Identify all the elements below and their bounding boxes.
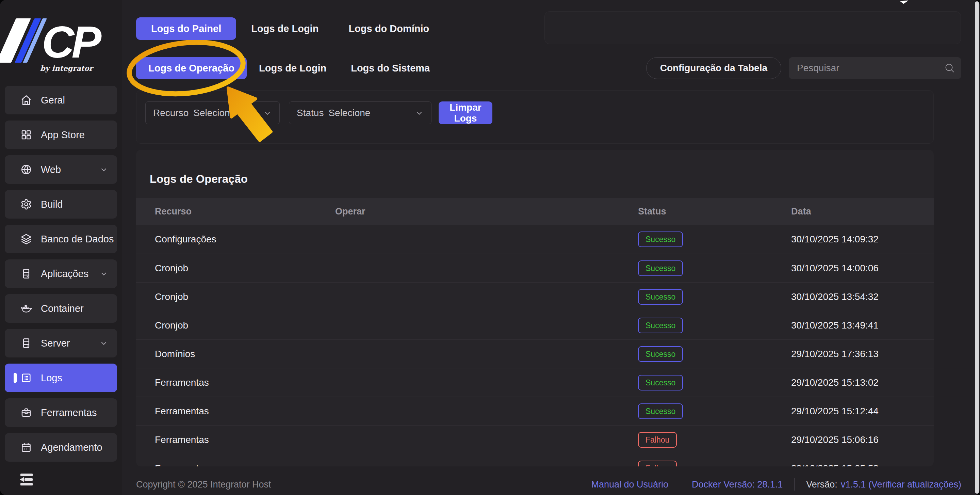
subtab-logs-do-sistema[interactable]: Logs do Sistema — [339, 57, 442, 79]
subtab-logs-de-operacao[interactable]: Logs de Operação — [136, 57, 247, 79]
cell-resource: Cronjob — [136, 291, 335, 302]
cell-status: Falhou — [628, 432, 791, 448]
resource-filter-label: Recurso — [153, 108, 189, 118]
search-box — [789, 57, 961, 79]
sidebar-item-banco-de-dados[interactable]: Banco de Dados — [5, 225, 117, 253]
tab-logs-de-login[interactable]: Logs de Login — [236, 18, 334, 40]
logo-text: CP — [42, 22, 99, 63]
cell-resource: Ferramentas — [136, 377, 335, 388]
vertical-scrollbar[interactable] — [975, 2, 979, 493]
chevron-down-icon — [99, 165, 108, 174]
cell-date: 29/10/2025 15:06:16 — [791, 435, 934, 445]
sidebar-item-web[interactable]: Web — [5, 155, 117, 184]
resource-filter-dropdown[interactable]: Recurso Selecione — [145, 102, 280, 124]
status-badge: Sucesso — [638, 375, 683, 390]
sidebar-item-label: Container — [41, 303, 84, 314]
table-row: FerramentasSucesso29/10/2025 15:12:44 — [136, 396, 934, 425]
footer-links: Manual do UsuárioDocker Versão: 28.1.1Ve… — [591, 478, 961, 490]
cell-date: 30/10/2025 14:00:06 — [791, 263, 934, 274]
logo-slashes-icon: CP — [6, 18, 99, 63]
column-header-recurso: Recurso — [136, 206, 335, 217]
cell-date: 30/10/2025 13:49:41 — [791, 320, 934, 331]
table-row: FerramentasFalhou29/10/2025 15:05:53 — [136, 454, 934, 466]
sidebar-item-build[interactable]: Build — [5, 190, 117, 218]
sidebar-item-aplicacoes[interactable]: Aplicações — [5, 259, 117, 288]
status-badge: Sucesso — [638, 261, 683, 276]
cell-status: Sucesso — [628, 375, 791, 390]
sidebar-item-label: Banco de Dados — [41, 234, 114, 245]
cell-resource: Cronjob — [136, 320, 335, 331]
sidebar-item-label: Build — [41, 199, 63, 210]
table-row: CronjobSucesso30/10/2025 14:00:06 — [136, 254, 934, 282]
briefcase-icon — [21, 407, 32, 419]
footer-link-manual-do-usuario[interactable]: Manual do Usuário — [591, 479, 668, 490]
sidebar-nav: GeralApp StoreWebBuildBanco de DadosApli… — [5, 86, 117, 468]
globe-icon — [21, 164, 32, 175]
cell-date: 29/10/2025 15:13:02 — [791, 377, 934, 388]
table-row: ConfiguraçõesSucesso30/10/2025 14:09:32 — [136, 225, 934, 254]
table-row: CronjobSucesso30/10/2025 13:49:41 — [136, 311, 934, 339]
cell-status: Sucesso — [628, 403, 791, 419]
status-badge: Sucesso — [638, 346, 683, 362]
sidebar-item-app-store[interactable]: App Store — [5, 121, 117, 149]
status-filter-value: Selecione — [328, 108, 370, 118]
cell-status: Sucesso — [628, 318, 791, 333]
status-badge: Sucesso — [638, 289, 683, 305]
sidebar-item-container[interactable]: Container — [5, 294, 117, 323]
sidebar-item-geral[interactable]: Geral — [5, 86, 117, 115]
table-row: DomíniosSucesso29/10/2025 17:36:13 — [136, 339, 934, 368]
app-window: CP by integrator GeralApp StoreWebBuildB… — [0, 0, 980, 495]
footer-link-v1-5-1-verificar-atualizacoes[interactable]: Versão:v1.5.1 (Verificar atualizações) — [806, 479, 961, 490]
status-badge: Falhou — [638, 432, 677, 448]
footer-link-prefix: Versão: — [806, 479, 837, 490]
sidebar-item-ferramentas[interactable]: Ferramentas — [5, 398, 117, 427]
cell-date: 29/10/2025 15:05:53 — [791, 463, 934, 466]
home-icon — [21, 94, 32, 106]
rack-icon — [21, 268, 32, 280]
sidebar-item-label: Geral — [41, 95, 65, 106]
status-badge: Sucesso — [638, 318, 683, 333]
logo-byline: by integrator — [40, 64, 93, 73]
sidebar-item-label: Ferramentas — [41, 407, 97, 419]
table-config-button[interactable]: Configuração da Tabela — [646, 57, 781, 79]
status-filter-dropdown[interactable]: Status Selecione — [289, 102, 431, 124]
sidebar-item-server[interactable]: Server — [5, 329, 117, 358]
chevron-down-icon — [415, 108, 424, 118]
cell-status: Sucesso — [628, 231, 791, 247]
cell-status: Sucesso — [628, 261, 791, 276]
search-input[interactable] — [789, 57, 961, 79]
footer-link-docker-versao-28-1-1[interactable]: Docker Versão: 28.1.1 — [692, 479, 783, 490]
sidebar: CP by integrator GeralApp StoreWebBuildB… — [0, 0, 122, 495]
cell-resource: Ferramentas — [136, 406, 335, 417]
status-badge: Falhou — [638, 461, 677, 466]
sidebar-item-agendamento[interactable]: Agendamento — [5, 433, 117, 462]
rack-icon — [21, 337, 32, 349]
operation-logs-card: Logs de Operação RecursoOperarStatusData… — [136, 150, 934, 466]
tab-logs-do-dominio[interactable]: Logs do Domínio — [334, 18, 444, 40]
subtab-logs-de-login[interactable]: Logs de Login — [247, 57, 339, 79]
sidebar-item-label: Aplicações — [41, 268, 89, 280]
cell-status: Sucesso — [628, 346, 791, 362]
sidebar-item-logs[interactable]: Logs — [5, 364, 117, 392]
collapse-sidebar-icon[interactable] — [18, 473, 35, 487]
cell-resource: Ferramentas — [136, 435, 335, 445]
topbar-right-panel — [544, 11, 961, 44]
logs-icon — [21, 372, 32, 384]
sidebar-item-label: Agendamento — [41, 442, 102, 453]
calendar-icon — [21, 442, 32, 453]
tab-logs-do-painel[interactable]: Logs do Painel — [136, 18, 236, 40]
column-header-data: Data — [791, 206, 934, 217]
cell-date: 29/10/2025 15:12:44 — [791, 406, 934, 417]
cell-resource: Cronjob — [136, 263, 335, 274]
column-header-operar: Operar — [335, 206, 628, 217]
log-subtabs: Logs de OperaçãoLogs de LoginLogs do Sis… — [136, 57, 442, 79]
table-body: ConfiguraçõesSucesso30/10/2025 14:09:32C… — [136, 225, 934, 466]
table-header-row: RecursoOperarStatusData — [136, 198, 934, 225]
status-badge: Sucesso — [638, 231, 683, 247]
clear-logs-button[interactable]: Limpar Logs — [439, 102, 492, 124]
sidebar-item-label: Web — [41, 164, 61, 175]
table-row: FerramentasFalhou29/10/2025 15:06:16 — [136, 425, 934, 454]
resource-filter-value: Selecione — [193, 108, 235, 118]
log-category-tabs: Logs do PainelLogs de LoginLogs do Domín… — [136, 18, 444, 40]
active-item-indicator — [14, 373, 17, 383]
